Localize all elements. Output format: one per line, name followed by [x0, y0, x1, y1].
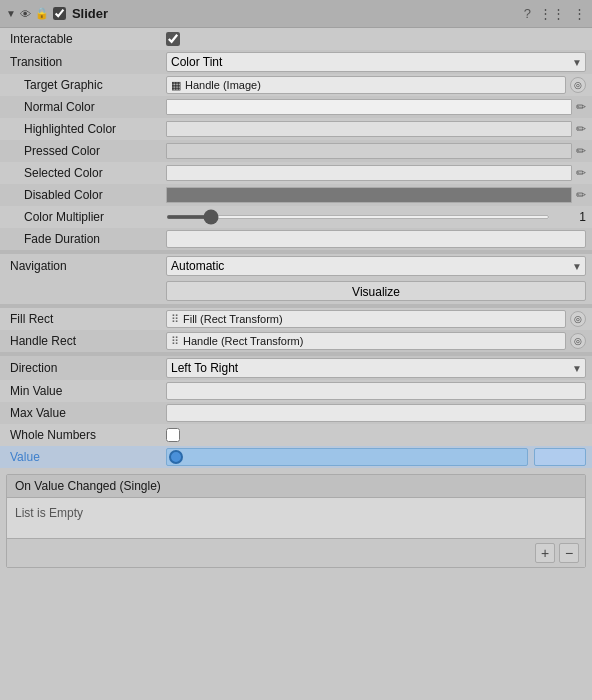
fill-rect-icon: ⠿	[171, 313, 179, 326]
fill-rect-label: Fill Rect	[6, 312, 166, 326]
visualize-row: Visualize	[0, 278, 592, 304]
event-header: On Value Changed (Single)	[7, 475, 585, 498]
handle-rect-picker[interactable]: ◎	[570, 333, 586, 349]
interactable-row: Interactable	[0, 28, 592, 50]
pressed-color-swatch[interactable]	[166, 143, 572, 159]
normal-color-picker-icon[interactable]: ✏	[576, 100, 586, 114]
normal-color-swatch-row: ✏	[166, 99, 586, 115]
header-icons: 👁 🔒	[20, 7, 49, 20]
disabled-color-swatch[interactable]	[166, 187, 572, 203]
header-actions: ? ⋮⋮ ⋮	[524, 6, 586, 21]
fill-rect-value: ⠿ Fill (Rect Transform) ◎	[166, 310, 586, 328]
pressed-color-swatch-row: ✏	[166, 143, 586, 159]
transition-row: Transition Color Tint ▼	[0, 50, 592, 74]
interactable-checkbox[interactable]	[166, 32, 180, 46]
help-icon[interactable]: ?	[524, 6, 531, 21]
normal-color-row: Normal Color ✏	[0, 96, 592, 118]
transition-label: Transition	[6, 55, 166, 69]
event-footer: + −	[7, 538, 585, 567]
handle-rect-icon: ⠿	[171, 335, 179, 348]
highlighted-color-picker-icon[interactable]: ✏	[576, 122, 586, 136]
add-event-button[interactable]: +	[535, 543, 555, 563]
component-title: Slider	[72, 6, 520, 21]
whole-numbers-row: Whole Numbers	[0, 424, 592, 446]
selected-color-swatch-row: ✏	[166, 165, 586, 181]
lock-icon[interactable]: 🔒	[35, 7, 49, 20]
highlighted-color-swatch-row: ✏	[166, 121, 586, 137]
max-value-row: Max Value 1	[0, 402, 592, 424]
whole-numbers-checkbox[interactable]	[166, 428, 180, 442]
navigation-label: Navigation	[6, 259, 166, 273]
target-graphic-picker[interactable]: ◎	[570, 77, 586, 93]
fill-rect-box: ⠿ Fill (Rect Transform)	[166, 310, 566, 328]
target-graphic-text: Handle (Image)	[185, 79, 261, 91]
navigation-value: Automatic ▼	[166, 256, 586, 276]
handle-rect-value: ⠿ Handle (Rect Transform) ◎	[166, 332, 586, 350]
value-slider-track[interactable]	[166, 448, 528, 466]
disabled-color-label: Disabled Color	[6, 188, 166, 202]
fill-rect-text: Fill (Rect Transform)	[183, 313, 283, 325]
normal-color-swatch[interactable]	[166, 99, 572, 115]
selected-color-swatch[interactable]	[166, 165, 572, 181]
interactable-label: Interactable	[6, 32, 166, 46]
slider-panel: ▼ 👁 🔒 Slider ? ⋮⋮ ⋮ Interactable Transit…	[0, 0, 592, 568]
navigation-dropdown-wrapper: Automatic ▼	[166, 256, 586, 276]
target-graphic-icon: ▦	[171, 79, 181, 92]
color-multiplier-label: Color Multiplier	[6, 210, 166, 224]
target-graphic-row: Target Graphic ▦ Handle (Image) ◎	[0, 74, 592, 96]
direction-dropdown[interactable]: Left To Right	[166, 358, 586, 378]
pressed-color-value: ✏	[166, 143, 586, 159]
pressed-color-row: Pressed Color ✏	[0, 140, 592, 162]
highlighted-color-label: Highlighted Color	[6, 122, 166, 136]
disabled-color-value: ✏	[166, 187, 586, 203]
fill-rect-picker[interactable]: ◎	[570, 311, 586, 327]
overflow-icon[interactable]: ⋮	[573, 6, 586, 21]
collapse-arrow[interactable]: ▼	[6, 8, 16, 19]
remove-event-button[interactable]: −	[559, 543, 579, 563]
visualize-button[interactable]: Visualize	[166, 281, 586, 301]
color-multiplier-value: 1	[166, 210, 586, 224]
value-slider-row: 0	[166, 448, 586, 466]
value-row: Value 0	[0, 446, 592, 468]
selected-color-label: Selected Color	[6, 166, 166, 180]
value-slider-thumb[interactable]	[169, 450, 183, 464]
min-value-input[interactable]: 0	[166, 382, 586, 400]
interactable-value	[166, 32, 586, 46]
fade-duration-row: Fade Duration 0.1	[0, 228, 592, 250]
value-area: 0	[166, 448, 586, 466]
direction-dropdown-wrapper: Left To Right ▼	[166, 358, 586, 378]
event-body: List is Empty	[7, 498, 585, 538]
whole-numbers-value	[166, 428, 586, 442]
eye-icon[interactable]: 👁	[20, 8, 31, 20]
color-multiplier-number: 1	[556, 210, 586, 224]
normal-color-label: Normal Color	[6, 100, 166, 114]
navigation-row: Navigation Automatic ▼	[0, 254, 592, 278]
min-value-area: 0	[166, 382, 586, 400]
selected-color-picker-icon[interactable]: ✏	[576, 166, 586, 180]
highlighted-color-value: ✏	[166, 121, 586, 137]
handle-rect-label: Handle Rect	[6, 334, 166, 348]
navigation-dropdown[interactable]: Automatic	[166, 256, 586, 276]
direction-value: Left To Right ▼	[166, 358, 586, 378]
fill-rect-row: Fill Rect ⠿ Fill (Rect Transform) ◎	[0, 308, 592, 330]
color-multiplier-slider-row: 1	[166, 210, 586, 224]
value-number-input[interactable]: 0	[534, 448, 586, 466]
min-value-label: Min Value	[6, 384, 166, 398]
disabled-color-picker-icon[interactable]: ✏	[576, 188, 586, 202]
highlighted-color-swatch[interactable]	[166, 121, 572, 137]
transition-dropdown-wrapper: Color Tint ▼	[166, 52, 586, 72]
target-graphic-label: Target Graphic	[6, 78, 166, 92]
max-value-input[interactable]: 1	[166, 404, 586, 422]
fade-duration-input[interactable]: 0.1	[166, 230, 586, 248]
settings-icon[interactable]: ⋮⋮	[539, 6, 565, 21]
handle-rect-text: Handle (Rect Transform)	[183, 335, 303, 347]
enabled-checkbox[interactable]	[53, 7, 66, 20]
color-multiplier-slider[interactable]	[166, 215, 550, 219]
min-value-row: Min Value 0	[0, 380, 592, 402]
transition-dropdown[interactable]: Color Tint	[166, 52, 586, 72]
max-value-area: 1	[166, 404, 586, 422]
transition-value: Color Tint ▼	[166, 52, 586, 72]
pressed-color-picker-icon[interactable]: ✏	[576, 144, 586, 158]
event-empty-text: List is Empty	[15, 506, 83, 520]
normal-color-value: ✏	[166, 99, 586, 115]
